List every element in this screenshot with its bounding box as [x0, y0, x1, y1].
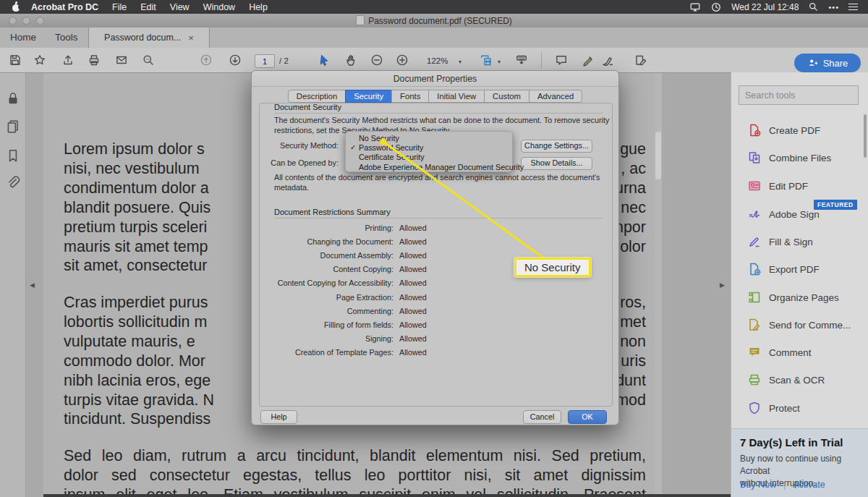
page-thumbnails-icon[interactable]: [5, 119, 21, 135]
dropdown-item-certificate-security[interactable]: Certificate Security: [346, 153, 512, 162]
sidebar-tool-create-pdf[interactable]: Create PDF: [731, 122, 868, 139]
scrollbar-thumb[interactable]: [655, 132, 661, 179]
menu-window[interactable]: Window: [203, 2, 235, 12]
document-text-line: tincidunt. Suspendiss: [64, 409, 214, 429]
sidebar-tool-organize-pages[interactable]: Organize Pages: [731, 289, 868, 306]
tab-home[interactable]: Home: [10, 32, 36, 43]
menu-clock[interactable]: Wed 22 Jul 12:48: [731, 2, 799, 12]
bookmarks-icon[interactable]: [5, 148, 21, 163]
sidebar-tool-fill-sign[interactable]: Fill & Sign: [731, 233, 868, 250]
cancel-button[interactable]: Cancel: [523, 410, 561, 424]
next-page-icon[interactable]: [229, 54, 242, 67]
time-machine-menu-icon[interactable]: [710, 1, 722, 13]
restriction-row: Changing the Document:Allowed: [274, 234, 427, 248]
menu-app-name[interactable]: Acrobat Pro DC: [31, 2, 98, 12]
sidebar-tool-send-for-comments[interactable]: Send for Comme...: [731, 316, 868, 334]
document-scrollbar[interactable]: [655, 72, 662, 495]
section-divider: [274, 113, 603, 114]
star-icon[interactable]: [33, 54, 46, 67]
dialog-tab-description[interactable]: Description: [288, 90, 346, 103]
notification-center-icon[interactable]: [848, 4, 858, 11]
menu-file[interactable]: File: [112, 2, 127, 12]
app-tab-bar: Home Tools Password docum... ×: [0, 27, 868, 48]
expand-right-pane-icon[interactable]: ▶: [720, 281, 725, 289]
dialog-tab-advanced[interactable]: Advanced: [529, 90, 582, 103]
window-title-bar: Password document.pdf (SECURED): [0, 14, 868, 28]
restriction-row: Content Copying for Accessibility:Allowe…: [274, 276, 427, 290]
tab-document[interactable]: Password docum... ×: [88, 27, 210, 48]
control-center-icon[interactable]: •••: [828, 3, 839, 12]
dropdown-item-aem-security[interactable]: Adobe Experience Manager Document Securi…: [346, 163, 512, 172]
menu-help[interactable]: Help: [249, 2, 268, 12]
window-title: Password document.pdf (SECURED): [0, 15, 868, 26]
hand-tool-icon[interactable]: [345, 54, 358, 67]
print-icon[interactable]: [88, 54, 101, 67]
checkmark-icon: ✓: [350, 143, 356, 151]
dialog-tab-initial-view[interactable]: Initial View: [428, 90, 485, 103]
fit-caret-icon[interactable]: ▾: [498, 59, 501, 65]
document-text-line: Cras imperdiet purus: [64, 293, 214, 313]
sidebar-tool-combine-files[interactable]: Combine Files: [731, 149, 868, 166]
zoom-in-icon[interactable]: [396, 54, 409, 67]
dialog-tab-fonts[interactable]: Fonts: [391, 90, 429, 103]
dropdown-item-no-security[interactable]: No Security: [346, 134, 512, 143]
upload-share-icon[interactable]: [61, 54, 75, 67]
document-paragraph-1-left: Lorem ipsum dolor s nisi, nec vestibulum…: [64, 140, 210, 276]
tab-tools[interactable]: Tools: [55, 32, 78, 43]
combine-files-icon: [747, 150, 762, 165]
share-person-icon: [807, 57, 819, 69]
select-tool-icon[interactable]: [318, 54, 331, 67]
spotlight-search-icon[interactable]: [808, 1, 819, 12]
activate-link[interactable]: Activate: [793, 480, 825, 490]
close-tab-icon[interactable]: ×: [188, 33, 194, 43]
show-details-button[interactable]: Show Details...: [521, 157, 592, 170]
dialog-tab-custom[interactable]: Custom: [484, 90, 529, 103]
ok-button[interactable]: OK: [568, 410, 607, 424]
change-settings-button[interactable]: Change Settings...: [521, 140, 592, 153]
dropdown-item-password-security[interactable]: Password Security: [346, 143, 512, 153]
apple-menu-icon[interactable]: [12, 3, 20, 12]
sidebar-tool-protect[interactable]: Protect: [731, 399, 868, 417]
previous-page-icon[interactable]: [200, 54, 213, 67]
restriction-row: Content Copying:Allowed: [274, 263, 427, 276]
zoom-level[interactable]: 122%: [427, 56, 448, 65]
fit-width-icon[interactable]: [480, 54, 493, 67]
document-paragraph-2-left: Cras imperdiet purus lobortis sollicitud…: [64, 293, 214, 429]
comment-bubble-icon[interactable]: [555, 54, 568, 67]
search-tools-input[interactable]: [739, 85, 859, 105]
sidebar-tool-adobe-sign[interactable]: Adobe Sign: [731, 205, 868, 223]
tool-label: Fill & Sign: [769, 237, 813, 247]
sign-pen-icon[interactable]: [601, 54, 614, 67]
menu-edit[interactable]: Edit: [140, 2, 156, 12]
dialog-tab-security[interactable]: Security: [345, 90, 392, 103]
touchbar-icon[interactable]: [515, 54, 528, 67]
sidebar-tool-export-pdf[interactable]: Export PDF: [731, 260, 868, 278]
search-icon[interactable]: [142, 54, 155, 67]
sidebar-tool-scan-ocr[interactable]: Scan & OCR: [731, 371, 868, 388]
document-paragraph-3: Sed leo diam, rutrum a arcu tincidunt, b…: [64, 446, 646, 497]
buy-now-link[interactable]: Buy Now: [740, 480, 776, 490]
document-text-line: lobortis sollicitudin m: [64, 313, 214, 332]
document-text-line: sit amet, consectetur: [64, 256, 210, 276]
share-button[interactable]: Share: [794, 54, 861, 72]
security-lock-icon[interactable]: [5, 90, 21, 106]
document-proxy-icon: [356, 15, 365, 25]
menu-view[interactable]: View: [170, 2, 190, 12]
display-menu-icon[interactable]: [689, 1, 701, 13]
fill-sign-icon: [747, 234, 762, 249]
collapse-left-pane-icon[interactable]: ◀: [30, 281, 35, 289]
sidebar-tool-comment[interactable]: Comment: [731, 344, 868, 361]
email-icon[interactable]: [115, 54, 128, 67]
highlight-pencil-icon[interactable]: [582, 54, 595, 67]
zoom-out-icon[interactable]: [370, 54, 383, 67]
page-number-input[interactable]: [255, 54, 275, 68]
sidebar-tool-edit-pdf[interactable]: Edit PDF: [731, 177, 868, 195]
help-button[interactable]: Help: [260, 410, 297, 424]
document-text-line: vulputate mauris, e: [64, 332, 214, 352]
no-security-callout: No Security: [514, 258, 591, 277]
page-edit-icon[interactable]: [634, 54, 647, 67]
attachments-icon[interactable]: [5, 175, 21, 191]
save-icon[interactable]: [9, 54, 22, 67]
security-method-dropdown: ✓ No Security Password Security Certific…: [345, 131, 513, 172]
zoom-caret-icon[interactable]: ▾: [459, 59, 461, 65]
